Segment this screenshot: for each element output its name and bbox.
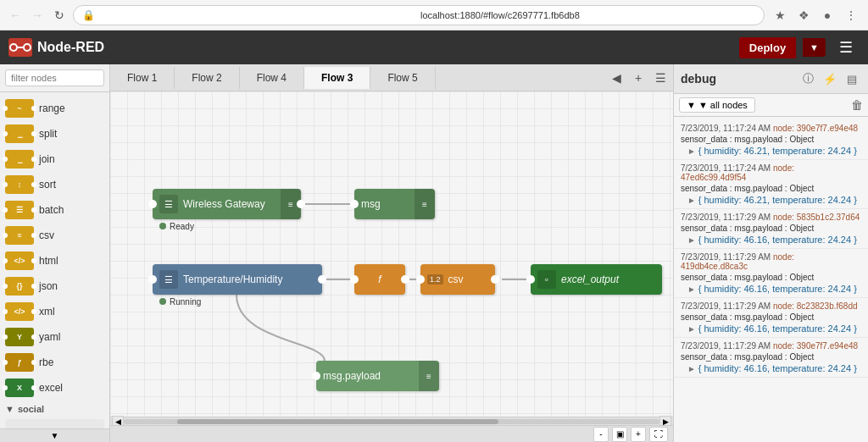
xml-node-icon: </> [5,302,34,321]
msg-payload-body: msg.payload [316,361,419,391]
hamburger-menu-button[interactable]: ☰ [832,35,860,60]
sidebar-item-excel[interactable]: X excel [0,375,109,401]
logo-svg [8,38,32,57]
excel-node-icon: X [5,378,34,397]
excel-output-node[interactable]: ▫ excel_output [531,264,662,295]
debug-entry-3-expand[interactable]: ► [687,235,698,245]
address-bar[interactable]: 🔒 localhost:1880/#flow/c2697771.fb6db8 [73,5,765,25]
debug-entry-1-expand[interactable]: ► [687,146,698,156]
filter-icon: ▼ [687,100,696,110]
zoom-reset-button[interactable]: ▣ [612,427,627,442]
account-icon[interactable]: ● [817,5,837,25]
tab-flow2[interactable]: Flow 2 [175,67,239,89]
sidebar-item-join[interactable]: ⎯ join [0,146,109,172]
csv-port-right [491,275,499,284]
debug-clear-button[interactable]: 🗑 [851,98,863,112]
header: Node-RED Deploy ▼ ☰ [0,30,868,64]
menu-icon[interactable]: ⋮ [841,5,861,25]
tab-flow1[interactable]: Flow 1 [110,67,175,89]
msg-port-left [350,200,359,208]
sidebar-item-csv[interactable]: ≡ csv [0,223,109,248]
scrollbar-thumb [177,419,498,424]
join-label: join [39,153,55,165]
star-icon[interactable]: ★ [770,5,790,25]
msg-payload-end: ≡ [419,361,439,391]
sidebar-item-range[interactable]: ~ range [0,96,109,121]
app-logo: Node-RED [8,38,104,57]
csv-transform-node[interactable]: 1.2 csv [420,264,495,295]
zoom-out-button[interactable]: - [593,427,609,442]
debug-entry-4-expand[interactable]: ► [687,285,698,294]
wireless-gateway-body: ☰ Wireless Gateway [153,189,281,219]
batch-node-icon: ☰ [5,201,34,219]
temp-body: ☰ Temperature/Humidity [153,264,322,295]
sidebar-item-xml[interactable]: </> xml [0,299,109,324]
temp-port-left [148,275,157,284]
tab-add-button[interactable]: + [629,69,648,87]
sidebar-scroll-down[interactable]: ▼ [0,428,109,442]
function-port-left [350,275,359,284]
deploy-button[interactable]: Deploy [739,37,796,58]
wireless-gateway-port-right [297,200,305,208]
reload-button[interactable]: ↻ [51,7,68,24]
msg-payload-node[interactable]: msg.payload ≡ [316,361,439,391]
debug-entry-2-timestamp: 7/23/2019, 11:17:24 AM [681,163,773,173]
sidebar-item-rbe[interactable]: ƒ rbe [0,350,109,375]
social-section-header[interactable]: ▼ social [0,401,109,417]
rbe-label: rbe [39,356,53,368]
msg-node[interactable]: msg ≡ [354,189,435,219]
range-label: range [39,102,65,114]
debug-entry-3-header: 7/23/2019, 11:17:29 AM node: 5835b1c2.37… [681,213,861,222]
csv-node-icon: ≡ [5,226,34,245]
csv-label: csv [39,229,54,241]
debug-entry-2-expand[interactable]: ► [687,196,698,205]
deploy-dropdown-button[interactable]: ▼ [803,38,826,57]
debug-entry-6: 7/23/2019, 11:17:29 AM node: 390e7f7.e94… [674,338,868,378]
app: Node-RED Deploy ▼ ☰ ~ range [0,30,868,442]
function-node[interactable]: f [354,264,405,295]
debug-config-button[interactable]: ⚡ [821,69,839,88]
split-node-icon: ⎯ [5,124,34,143]
debug-entry-3-node: node: 5835b1c2.37d64 [773,213,860,222]
extension-icon[interactable]: ❖ [793,5,814,25]
debug-entry-5-expand[interactable]: ► [687,324,698,334]
sidebar-item-json[interactable]: {} json [0,273,109,299]
html-label: html [39,255,58,267]
debug-info-button[interactable]: ⓘ [798,69,817,88]
sidebar-item-batch[interactable]: ☰ batch [0,197,109,223]
debug-entry-6-expand[interactable]: ► [687,364,698,373]
collapse-icon: ▼ [5,404,14,414]
debug-chart-button[interactable]: ▤ [843,69,861,88]
tab-flow4[interactable]: Flow 4 [240,67,304,89]
debug-filter-button[interactable]: ▼ ▼ all nodes [679,97,755,113]
url-text: localhost:1880/#flow/c2697771.fb6db8 [420,10,755,20]
sidebar-item-split[interactable]: ⎯ split [0,121,109,146]
sidebar-item-yaml[interactable]: Y yaml [0,324,109,350]
debug-entry-5-value: ► { humidity: 46.16, temperature: 24.24 … [681,323,861,334]
sidebar-item-sort[interactable]: ↕ sort [0,172,109,197]
sidebar-item-html[interactable]: </> html [0,248,109,273]
excel-output-port-left [526,275,535,284]
tab-list-button[interactable]: ☰ [651,69,670,87]
wireless-gateway-node[interactable]: ☰ Wireless Gateway ≡ Ready [153,189,301,219]
sort-label: sort [39,179,56,191]
debug-filter-bar: ▼ ▼ all nodes 🗑 [674,94,868,117]
tab-scroll-left-button[interactable]: ◀ [607,69,626,87]
tab-flow3[interactable]: Flow 3 [304,67,370,89]
debug-entry-1-value: ► { humidity: 46.21, temperature: 24.24 … [681,146,861,156]
temperature-humidity-node[interactable]: ☰ Temperature/Humidity Running [153,264,322,295]
tab-flow5[interactable]: Flow 5 [370,67,435,89]
msg-payload-port-left [312,372,320,380]
debug-entry-1-key: sensor_data : msg.payload : Object [681,135,861,144]
zoom-in-button[interactable]: + [631,427,646,442]
back-button[interactable]: ← [7,7,24,24]
filter-input[interactable] [5,69,104,86]
tab-actions: ◀ + ☰ [607,69,673,87]
csv-text: csv [448,273,464,285]
function-text: f [378,273,381,285]
debug-entry-1-node: node: 390e7f7.e94e48 [773,124,858,133]
temp-status: Running [170,297,201,307]
html-node-icon: </> [5,251,34,270]
fit-button[interactable]: ⛶ [649,427,668,442]
forward-button[interactable]: → [29,7,46,24]
